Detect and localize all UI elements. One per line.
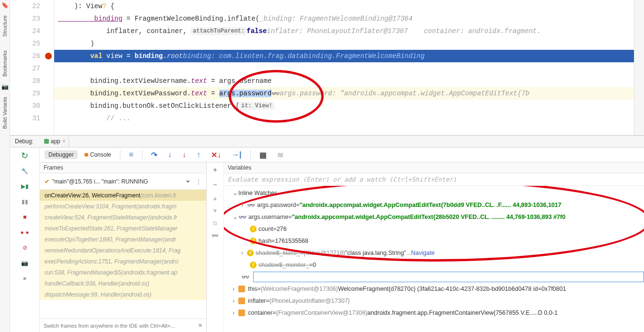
field-icon: f xyxy=(247,250,254,256)
field-row[interactable]: fcount = 276 xyxy=(224,223,644,235)
frames-title: Frames xyxy=(40,162,206,173)
add-watch-icon[interactable]: ＋ xyxy=(211,165,219,174)
glasses-icon: 👓 xyxy=(241,273,249,281)
more-icon[interactable]: » xyxy=(21,274,29,283)
field-icon: f xyxy=(250,238,257,244)
gutter-line: 30 xyxy=(10,100,54,112)
force-step-into-icon[interactable]: ↓ xyxy=(178,149,190,160)
tool-window-bar-left[interactable]: 🔖 Structure Bookmarks 📷 Build Variants xyxy=(0,0,10,332)
android-icon xyxy=(44,139,49,144)
down-icon[interactable]: ▼ xyxy=(212,207,218,214)
debug-toolwindow-header[interactable]: Debug: app × xyxy=(10,136,644,148)
stack-frame[interactable]: run:538, FragmentManager$5 (androidx.fra… xyxy=(40,267,206,278)
drop-frame-icon[interactable]: ✕↓ xyxy=(207,149,225,160)
field-row[interactable]: fhash = 1761535568 xyxy=(224,235,644,247)
mute-breakpoints-icon[interactable]: ⊘ xyxy=(21,243,29,252)
field-row[interactable]: fshadow$_monitor_ = 0 xyxy=(224,259,644,271)
debug-toolbar[interactable]: Debugger Console ≡ ↷ ↓ ↓ ↑ ✕↓ →| ▦ ≋ xyxy=(40,148,644,162)
thread-selector[interactable]: ✔"main"@15,765 i... "main": RUNNING ⏷ ⋮ xyxy=(40,173,206,190)
gutter-line: 26 xyxy=(10,50,54,62)
gutter-line: 28 xyxy=(10,75,54,87)
show-execution-point-icon[interactable]: ≡ xyxy=(125,149,137,160)
remove-watch-icon[interactable]: － xyxy=(211,180,219,189)
close-icon[interactable]: ✕ xyxy=(198,322,202,329)
stack-frame[interactable]: performCreateView:3104, Fragment (androi… xyxy=(40,201,206,212)
field-icon: f xyxy=(250,226,257,232)
structure-tool-button[interactable]: Structure xyxy=(1,9,9,44)
variables-title: Variables xyxy=(224,162,644,173)
gutter-line: 27 xyxy=(10,62,54,75)
camera-icon[interactable]: 📷 xyxy=(21,259,29,267)
step-into-icon[interactable]: ↓ xyxy=(164,149,176,160)
debugger-tab[interactable]: Debugger xyxy=(45,150,78,159)
frames-list[interactable]: onCreateView:26, WelcomeFragment (com.li… xyxy=(40,190,206,319)
stack-frame[interactable]: executeOpsTogether:1890, FragmentManager… xyxy=(40,234,206,245)
field-icon: f xyxy=(250,262,257,268)
breakpoints-icon[interactable]: ● ● xyxy=(21,228,29,237)
stop-icon[interactable]: ■ xyxy=(21,213,29,221)
gutter-line: 22 xyxy=(10,0,54,12)
tree-node[interactable]: ⌄Inline Watches xyxy=(224,187,644,199)
stack-frame[interactable]: dispatchMessage:99, Handler (android.os) xyxy=(40,289,206,300)
glasses-icon: 👓 xyxy=(247,201,255,209)
resume-icon[interactable]: ▶▮ xyxy=(21,182,29,191)
stack-frame[interactable]: execPendingActions:1751, FragmentManager… xyxy=(40,256,206,267)
breakpoint-icon[interactable] xyxy=(45,53,52,59)
step-over-icon[interactable]: ↷ xyxy=(147,149,161,160)
code-area[interactable]: ): View? { _binding = FragmentWelcomeBin… xyxy=(54,0,634,135)
gutter-line: 25 xyxy=(10,37,54,50)
evaluate-icon[interactable]: ▦ xyxy=(256,149,270,160)
copy-icon[interactable]: ⧉ xyxy=(213,220,217,227)
gutter-line: 24 xyxy=(10,25,54,37)
var-row[interactable]: ›inflater = {PhoneLayoutInflater@17307} xyxy=(224,295,644,307)
frames-panel[interactable]: Frames ✔"main"@15,765 i... "main": RUNNI… xyxy=(40,162,207,332)
run-configuration-tab[interactable]: app × xyxy=(41,136,69,147)
trace-icon[interactable]: ≋ xyxy=(273,149,287,160)
debug-control-strip[interactable]: ↻ 🔧 ▶▮ ▮▮ ■ ● ● ⊘ 📷 » xyxy=(10,148,40,332)
camera-icon[interactable]: 📷 xyxy=(1,83,8,90)
object-icon xyxy=(238,309,245,316)
navigate-link[interactable]: Navigate xyxy=(411,250,434,256)
frames-hint: Switch frames from anywhere in the IDE w… xyxy=(40,319,206,332)
field-row[interactable]: ›fshadow$_klass_ = {Class@12718} "class … xyxy=(224,247,644,259)
debug-title: Debug: xyxy=(15,138,34,145)
glasses-icon[interactable]: 👓 xyxy=(211,232,219,239)
pause-icon[interactable]: ▮▮ xyxy=(21,197,29,206)
stack-frame[interactable]: onCreateView:26, WelcomeFragment (com.li… xyxy=(40,190,206,201)
glasses-icon: 👓 xyxy=(271,90,280,98)
variables-tree[interactable]: ⌄Inline Watches ›👓args.password = "andro… xyxy=(224,186,644,332)
glasses-icon: 👓 xyxy=(238,213,246,221)
tool-window-bar-right[interactable] xyxy=(634,0,644,135)
stack-frame[interactable]: moveToExpectedState:261, FragmentStateMa… xyxy=(40,223,206,234)
settings-icon[interactable]: 🔧 xyxy=(21,167,29,175)
build-variants-tool-button[interactable]: Build Variants xyxy=(1,90,9,136)
bookmarks-tool-button[interactable]: Bookmarks xyxy=(1,44,9,83)
bookmark-icon[interactable]: 🔖 xyxy=(1,2,8,9)
more-icon[interactable]: ⋮ xyxy=(196,178,201,185)
run-to-cursor-icon[interactable]: →| xyxy=(228,149,245,160)
object-icon xyxy=(238,298,245,304)
step-out-icon[interactable]: ↑ xyxy=(193,149,204,160)
stack-frame[interactable]: removeRedundantOperationsAndExecute:1814… xyxy=(40,245,206,256)
filter-icon[interactable]: ⏷ xyxy=(185,178,191,185)
evaluate-input[interactable]: Evaluate expression (Enter) or add a wat… xyxy=(224,173,644,186)
console-tab[interactable]: Console xyxy=(81,150,115,159)
variables-panel[interactable]: ＋ － ▲ ▼ ⧉ 👓 Variables Evaluate expressio… xyxy=(207,162,644,332)
variables-actions[interactable]: ＋ － ▲ ▼ ⧉ 👓 xyxy=(207,162,224,332)
gutter-line: 23 xyxy=(10,12,54,25)
var-row[interactable]: ›this = {WelcomeFragment@17306} WelcomeF… xyxy=(224,283,644,295)
stack-frame[interactable]: createView:524, FragmentStateManager (an… xyxy=(40,212,206,223)
gutter-line: 29 xyxy=(10,87,54,100)
var-row[interactable]: ›container = {FragmentContainerView@1730… xyxy=(224,307,644,319)
up-icon[interactable]: ▲ xyxy=(212,195,218,202)
stack-frame[interactable]: handleCallback:938, Handler (android.os) xyxy=(40,278,206,289)
new-watch-row[interactable]: 👓 xyxy=(224,271,644,283)
watch-input[interactable] xyxy=(253,272,644,282)
check-icon: ✔ xyxy=(45,178,49,185)
editor[interactable]: 22 23 24 25 26 27 28 29 30 31 ): View? {… xyxy=(10,0,644,136)
object-icon xyxy=(238,286,245,292)
watch-row[interactable]: ⌄👓args.username = "androidx.appcompat.wi… xyxy=(224,211,644,223)
watch-row[interactable]: ›👓args.password = "androidx.appcompat.wi… xyxy=(224,199,644,211)
rerun-icon[interactable]: ↻ xyxy=(21,151,29,160)
gutter[interactable]: 22 23 24 25 26 27 28 29 30 31 xyxy=(10,0,54,135)
